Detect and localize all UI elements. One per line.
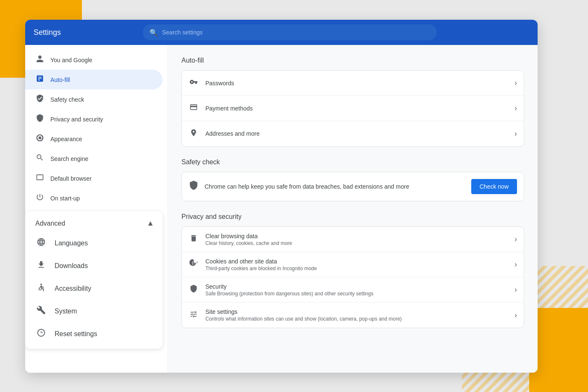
- advanced-label-languages: Languages: [55, 239, 88, 247]
- trash-icon: [189, 234, 199, 245]
- privacy-icon: [35, 114, 45, 124]
- cookies-item[interactable]: Cookies and other site data Third-party …: [182, 252, 524, 277]
- site-settings-sublabel: Controls what information sites can use …: [205, 316, 508, 322]
- site-settings-label: Site settings: [205, 308, 508, 315]
- safety-check-section: Safety check Chrome can help keep you sa…: [181, 158, 524, 201]
- passwords-label: Passwords: [205, 80, 508, 87]
- search-placeholder: Search settings: [162, 29, 203, 36]
- payment-icon: [189, 103, 199, 113]
- payment-methods-item[interactable]: Payment methods ›: [182, 96, 524, 121]
- cookies-label: Cookies and other site data: [205, 258, 508, 265]
- sidebar-label-search-engine: Search engine: [50, 155, 88, 162]
- autofill-section: Auto-fill Passwords ›: [181, 57, 524, 147]
- site-settings-item[interactable]: Site settings Controls what information …: [182, 303, 524, 328]
- advanced-section: Advanced ▲ Languages Downloads: [25, 211, 163, 349]
- sidebar-label-you-and-google: You and Google: [50, 57, 92, 63]
- sidebar-label-privacy: Privacy and security: [50, 116, 103, 123]
- payment-arrow-icon: ›: [514, 104, 517, 113]
- check-now-button[interactable]: Check now: [471, 179, 517, 194]
- languages-icon: [35, 237, 47, 249]
- search-engine-icon: [35, 153, 45, 164]
- advanced-item-downloads[interactable]: Downloads: [25, 255, 163, 277]
- sidebar-label-on-start-up: On start-up: [50, 195, 80, 202]
- settings-body: You and Google Auto-fill Safety check Pr…: [25, 45, 538, 373]
- advanced-label-downloads: Downloads: [55, 262, 88, 270]
- sidebar-item-safety-check[interactable]: Safety check: [25, 89, 163, 109]
- key-icon: [189, 78, 199, 88]
- clear-browsing-sublabel: Clear history, cookies, cache and more: [205, 240, 508, 246]
- cookies-arrow-icon: ›: [514, 260, 517, 269]
- location-icon: [189, 129, 199, 139]
- safety-check-section-title: Safety check: [181, 158, 524, 166]
- downloads-icon: [35, 260, 47, 272]
- search-bar[interactable]: 🔍 Search settings: [143, 24, 437, 40]
- chevron-up-icon: ▲: [147, 219, 154, 228]
- safety-check-item: Chrome can help keep you safe from data …: [182, 172, 524, 201]
- sidebar-item-you-and-google[interactable]: You and Google: [25, 50, 163, 70]
- sidebar-item-search-engine[interactable]: Search engine: [25, 149, 163, 168]
- startup-icon: [35, 193, 45, 203]
- cookies-icon: [189, 259, 199, 270]
- main-content: Auto-fill Passwords ›: [168, 45, 538, 373]
- settings-header: Settings 🔍 Search settings: [25, 20, 538, 45]
- sidebar-label-auto-fill: Auto-fill: [50, 76, 70, 83]
- advanced-label-system: System: [55, 308, 77, 315]
- sidebar-item-appearance[interactable]: Appearance: [25, 129, 163, 149]
- addresses-arrow-icon: ›: [514, 129, 517, 138]
- autofill-card: Passwords › Payment methods ›: [181, 70, 524, 147]
- addresses-item[interactable]: Addresses and more ›: [182, 121, 524, 146]
- clear-browsing-data-item[interactable]: Clear browsing data Clear history, cooki…: [182, 227, 524, 252]
- reset-icon: [35, 328, 47, 340]
- security-item[interactable]: Security Safe Browsing (protection from …: [182, 277, 524, 303]
- site-settings-icon: [189, 310, 199, 321]
- advanced-label-reset-settings: Reset settings: [55, 330, 97, 338]
- system-icon: [35, 305, 47, 317]
- payment-methods-label: Payment methods: [205, 105, 508, 112]
- advanced-item-reset-settings[interactable]: Reset settings: [25, 323, 163, 345]
- privacy-card: Clear browsing data Clear history, cooki…: [181, 226, 524, 328]
- clear-browsing-label: Clear browsing data: [205, 233, 508, 239]
- advanced-item-languages[interactable]: Languages: [25, 232, 163, 255]
- sidebar-label-appearance: Appearance: [50, 136, 82, 142]
- sidebar: You and Google Auto-fill Safety check Pr…: [25, 45, 168, 373]
- advanced-label-accessibility: Accessibility: [55, 285, 91, 292]
- autofill-section-title: Auto-fill: [181, 57, 524, 64]
- sidebar-label-default-browser: Default browser: [50, 175, 92, 182]
- security-shield-icon: [189, 284, 199, 295]
- security-arrow-icon: ›: [514, 285, 517, 294]
- safety-icon: [35, 94, 45, 105]
- advanced-label: Advanced: [35, 220, 65, 227]
- search-icon: 🔍: [150, 29, 158, 37]
- safety-check-shield-icon: [189, 180, 199, 193]
- person-icon: [35, 55, 45, 65]
- security-label: Security: [205, 283, 508, 290]
- passwords-arrow-icon: ›: [514, 79, 517, 87]
- settings-window: Settings 🔍 Search settings You and Googl…: [25, 20, 538, 373]
- sidebar-label-safety-check: Safety check: [50, 96, 84, 103]
- security-sublabel: Safe Browsing (protection from dangerous…: [205, 291, 508, 297]
- advanced-item-accessibility[interactable]: Accessibility: [25, 277, 163, 300]
- accessibility-icon: [35, 283, 47, 295]
- sidebar-item-auto-fill[interactable]: Auto-fill: [25, 70, 163, 89]
- sidebar-item-privacy-and-security[interactable]: Privacy and security: [25, 109, 163, 129]
- appearance-icon: [35, 134, 45, 144]
- default-browser-icon: [35, 173, 45, 184]
- safety-check-card: Chrome can help keep you safe from data …: [181, 172, 524, 201]
- privacy-security-section: Privacy and security Clear browsing data…: [181, 213, 524, 328]
- site-settings-arrow-icon: ›: [514, 311, 517, 320]
- svg-point-0: [39, 137, 42, 139]
- settings-title: Settings: [34, 28, 143, 37]
- clear-browsing-arrow-icon: ›: [514, 235, 517, 244]
- sidebar-item-on-start-up[interactable]: On start-up: [25, 188, 163, 208]
- safety-check-description: Chrome can help keep you safe from data …: [205, 183, 465, 190]
- addresses-label: Addresses and more: [205, 130, 508, 137]
- privacy-section-title: Privacy and security: [181, 213, 524, 221]
- advanced-header[interactable]: Advanced ▲: [25, 215, 163, 232]
- cookies-sublabel: Third-party cookies are blocked in Incog…: [205, 266, 508, 271]
- svg-point-1: [40, 284, 42, 285]
- passwords-item[interactable]: Passwords ›: [182, 71, 524, 96]
- sidebar-item-default-browser[interactable]: Default browser: [25, 168, 163, 188]
- advanced-item-system[interactable]: System: [25, 300, 163, 323]
- autofill-icon: [35, 74, 45, 85]
